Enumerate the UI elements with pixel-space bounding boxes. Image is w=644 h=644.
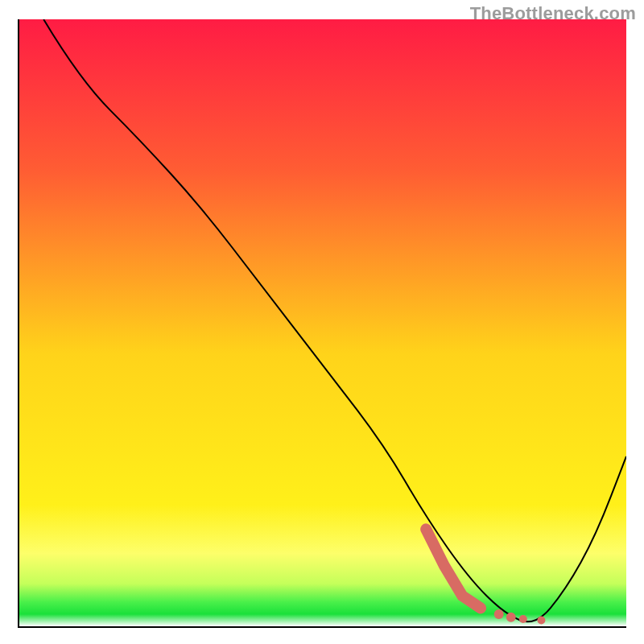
highlight-dots xyxy=(494,609,546,624)
highlight-dot xyxy=(519,615,527,623)
highlight-dot xyxy=(537,616,545,624)
data-layer xyxy=(19,19,626,626)
bottleneck-curve xyxy=(43,19,626,621)
highlight-dot xyxy=(506,613,516,622)
watermark-text: TheBottleneck.com xyxy=(470,3,636,24)
highlight-dot xyxy=(494,609,504,619)
plot-area xyxy=(18,19,626,628)
chart-container: TheBottleneck.com xyxy=(0,0,644,644)
highlight-segment xyxy=(426,529,481,608)
